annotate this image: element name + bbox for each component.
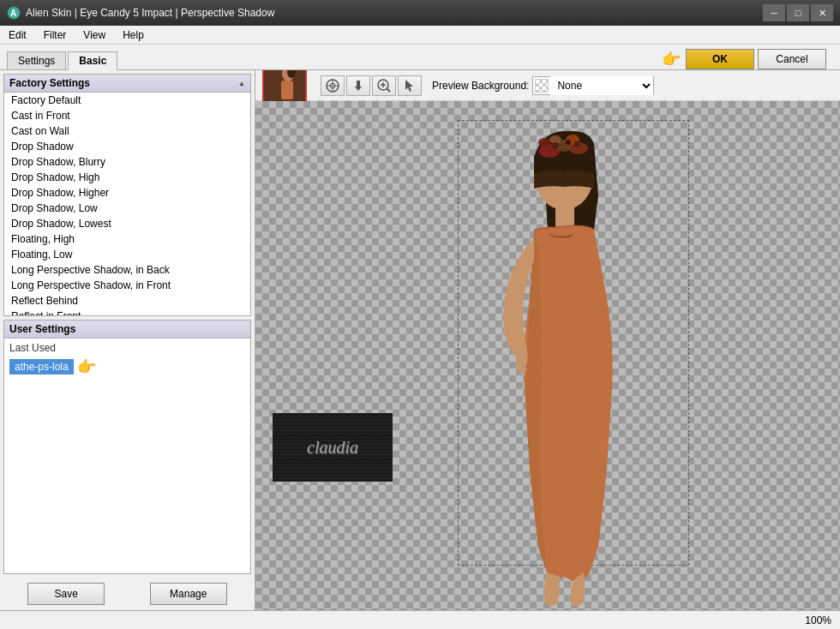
status-bar: 100%: [0, 610, 840, 629]
list-item[interactable]: Long Perspective Shadow, in Back: [4, 262, 250, 278]
save-button[interactable]: Save: [27, 583, 105, 605]
list-item[interactable]: Drop Shadow, Lowest: [4, 216, 250, 231]
top-buttons: 👉 OK Cancel: [662, 49, 833, 69]
woman-svg: [423, 127, 688, 607]
tab-bar: Settings Basic 👉 OK Cancel: [0, 45, 840, 70]
factory-settings-list-container[interactable]: Factory Default Cast in Front Cast on Wa…: [4, 93, 250, 315]
user-setting-item[interactable]: athe-ps-lola: [9, 359, 74, 374]
preview-bg-select[interactable]: None Black White Gray: [550, 76, 653, 95]
tab-settings[interactable]: Settings: [7, 51, 66, 69]
right-panel: Preview Background: None Black White Gra…: [255, 70, 840, 610]
bottom-buttons: Save Manage: [0, 578, 255, 610]
svg-point-24: [574, 141, 579, 147]
cancel-button[interactable]: Cancel: [758, 49, 826, 69]
factory-settings-header: Factory Settings ▲: [4, 75, 250, 93]
pointer-icon: [402, 78, 417, 93]
user-settings-header: User Settings: [4, 320, 250, 338]
list-item[interactable]: Drop Shadow, Blurry: [4, 154, 250, 170]
window-controls[interactable]: ─ □ ✕: [763, 4, 833, 21]
user-settings-section: Last Used athe-ps-lola 👉: [4, 338, 250, 380]
pan-button[interactable]: [346, 75, 370, 96]
toolbar-icons: [321, 75, 422, 96]
last-used-label: Last Used: [9, 342, 245, 354]
window-title: Alien Skin | Eye Candy 5 Impact | Perspe…: [26, 7, 274, 19]
main-container: Settings Basic 👉 OK Cancel Factory Setti…: [0, 45, 840, 629]
zoom-100-button[interactable]: [321, 75, 345, 96]
menu-bar: Edit Filter View Help: [0, 26, 840, 45]
watermark-image: claudia: [273, 413, 393, 482]
hand-icon: 👉: [77, 357, 96, 376]
list-item[interactable]: Floating, High: [4, 231, 250, 247]
list-item[interactable]: Cast on Wall: [4, 123, 250, 139]
menu-view[interactable]: View: [75, 27, 114, 43]
list-item[interactable]: Long Perspective Shadow, in Front: [4, 278, 250, 293]
menu-filter[interactable]: Filter: [35, 27, 75, 43]
content-area: Factory Settings ▲ Factory Default Cast …: [0, 70, 840, 610]
checkerboard-background: claudia: [255, 101, 840, 610]
pan-icon: [351, 78, 366, 93]
preview-toolbar: Preview Background: None Black White Gra…: [255, 70, 840, 101]
bg-color-preview: [535, 79, 549, 93]
user-setting-name: athe-ps-lola: [15, 361, 69, 373]
list-item[interactable]: Reflect in Front: [4, 309, 250, 315]
svg-text:A: A: [10, 9, 16, 18]
user-settings-panel: User Settings Last Used athe-ps-lola 👉: [3, 320, 251, 574]
app-icon: A: [7, 6, 21, 20]
zoom-level: 100%: [805, 614, 831, 626]
svg-point-22: [552, 142, 559, 149]
tab-basic[interactable]: Basic: [68, 51, 117, 70]
svg-line-13: [387, 88, 390, 92]
collapse-icon[interactable]: ▲: [238, 80, 245, 87]
list-item[interactable]: Reflect Behind: [4, 293, 250, 309]
minimize-button[interactable]: ─: [763, 4, 785, 21]
list-item[interactable]: Drop Shadow, High: [4, 170, 250, 185]
svg-rect-4: [281, 81, 293, 99]
zoom-100-icon: [325, 78, 340, 93]
close-button[interactable]: ✕: [811, 4, 833, 21]
list-item[interactable]: Drop Shadow, Higher: [4, 185, 250, 201]
pointer-button[interactable]: [398, 75, 422, 96]
left-panel: Factory Settings ▲ Factory Default Cast …: [0, 70, 255, 610]
factory-settings-title: Factory Settings: [9, 77, 90, 89]
list-item[interactable]: Drop Shadow, Low: [4, 201, 250, 216]
menu-help[interactable]: Help: [114, 27, 153, 43]
svg-point-23: [566, 140, 571, 145]
ok-button[interactable]: OK: [686, 49, 754, 69]
woman-figure: [423, 127, 688, 607]
manage-button[interactable]: Manage: [150, 583, 227, 605]
ok-hand-icon: 👉: [662, 50, 681, 69]
preview-bg-label: Preview Background:: [432, 80, 529, 92]
title-bar: A Alien Skin | Eye Candy 5 Impact | Pers…: [0, 0, 840, 26]
menu-edit[interactable]: Edit: [0, 27, 35, 43]
user-settings-title: User Settings: [9, 323, 75, 335]
list-item[interactable]: Floating, Low: [4, 247, 250, 262]
zoom-in-button[interactable]: [372, 75, 396, 96]
list-item[interactable]: Drop Shadow: [4, 139, 250, 154]
factory-settings-list: Factory Default Cast in Front Cast on Wa…: [4, 93, 250, 315]
svg-point-21: [538, 138, 550, 147]
preview-canvas[interactable]: claudia: [255, 101, 840, 610]
zoom-in-icon: [376, 78, 392, 93]
maximize-button[interactable]: □: [787, 4, 809, 21]
factory-settings-panel: Factory Settings ▲ Factory Default Cast …: [3, 74, 251, 316]
list-item[interactable]: Cast in Front: [4, 108, 250, 123]
list-item[interactable]: Factory Default: [4, 93, 250, 108]
